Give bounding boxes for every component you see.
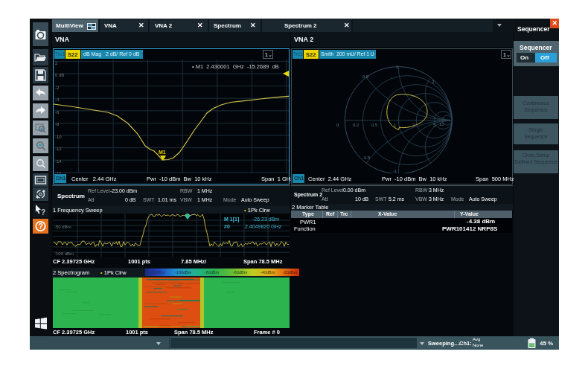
svg-text:M1: M1: [159, 150, 166, 155]
svg-text:-100 dBm: -100 dBm: [54, 251, 74, 256]
svg-text:1: 1: [394, 123, 397, 127]
svg-text:#0: #0: [224, 224, 230, 229]
svg-text:0.5: 0.5: [362, 74, 369, 79]
svg-text:-14: -14: [55, 159, 62, 164]
svg-text:?: ?: [38, 222, 43, 231]
svg-text:-8: -8: [55, 122, 60, 126]
svg-text:0 dB: 0 dB: [55, 73, 64, 77]
svg-text:0.5: 0.5: [364, 155, 371, 160]
svg-text:10: 10: [439, 122, 444, 126]
svg-text:-4: -4: [55, 97, 60, 102]
svg-text:-12: -12: [55, 147, 62, 151]
svg-text:-10: -10: [55, 135, 62, 139]
svg-text:-50 dBm: -50 dBm: [54, 225, 71, 229]
svg-text:-2: -2: [55, 86, 60, 90]
svg-text:-6: -6: [55, 110, 60, 115]
svg-text:-26.23 dBm: -26.23 dBm: [252, 216, 279, 222]
svg-text:2: 2: [55, 61, 58, 65]
svg-text:• M1 2.430001 GHz -15.2689: • M1 2.430001 GHz -15.2689 dB: [192, 63, 279, 70]
svg-text:0: 0: [336, 123, 339, 127]
svg-text:0.5: 0.5: [371, 123, 378, 127]
svg-text:?: ?: [41, 208, 45, 216]
svg-text:M 1[1]: M 1[1]: [224, 216, 239, 222]
svg-text:0.2: 0.2: [353, 123, 359, 127]
svg-text:2.4049820 GHz: 2.4049820 GHz: [245, 224, 282, 229]
